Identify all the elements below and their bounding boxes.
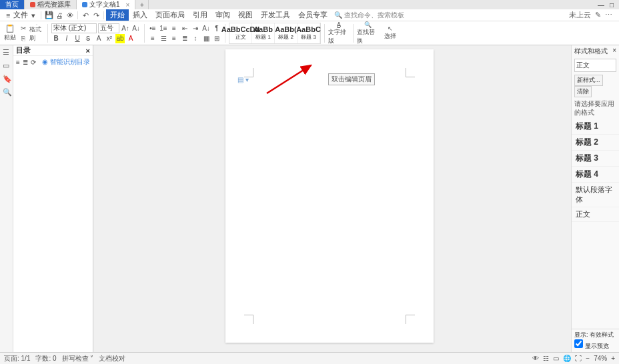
redo-icon[interactable]: ↷	[92, 11, 100, 19]
cloud-status[interactable]: 未上云	[569, 11, 591, 20]
bold-button[interactable]: B	[51, 34, 61, 43]
style-normal[interactable]: AaBbCcDd正文	[229, 23, 252, 43]
font-style-icon[interactable]: A	[94, 34, 103, 43]
outline-tool-1[interactable]: ≡	[16, 59, 20, 66]
window-minimize-icon[interactable]: —	[598, 1, 604, 9]
align-left-icon[interactable]: ≡	[148, 33, 157, 43]
align-center-icon[interactable]: ☰	[159, 33, 168, 43]
close-icon[interactable]: ×	[126, 1, 130, 9]
paste-button[interactable]: 粘贴	[3, 24, 17, 43]
numbering-icon[interactable]: 1≡	[159, 23, 168, 33]
document-area[interactable]: ▤ ▾ 双击编辑页眉	[93, 45, 571, 352]
zoom-value[interactable]: 74%	[594, 355, 607, 362]
ribbon-tab-review[interactable]: 审阅	[211, 9, 234, 21]
shading-icon[interactable]: ▦	[201, 33, 211, 43]
style-heading2[interactable]: AaBb(标题 2	[275, 23, 297, 43]
view-mode-1-icon[interactable]: 👁	[532, 355, 539, 362]
show-value[interactable]: 有效样式	[590, 331, 614, 338]
find-replace-button[interactable]: 🔍查找替换	[357, 21, 378, 45]
ribbon-tab-reference[interactable]: 引用	[189, 9, 211, 21]
line-spacing-icon[interactable]: ↕	[191, 33, 200, 43]
status-words[interactable]: 字数: 0	[35, 354, 56, 363]
status-page[interactable]: 页面: 1/1	[4, 354, 30, 363]
zoom-out-button[interactable]: −	[586, 355, 590, 362]
ribbon-tab-dev[interactable]: 开发工具	[257, 9, 294, 21]
outline-tool-3[interactable]: ⟳	[31, 59, 36, 66]
menu-file[interactable]: 文件	[13, 11, 28, 20]
smart-toc-button[interactable]: ◉ 智能识别目录	[42, 57, 90, 67]
clear-format-button[interactable]: 清除	[574, 86, 592, 97]
multilevel-icon[interactable]: ≡	[169, 23, 179, 33]
save-icon[interactable]: 💾	[45, 11, 53, 19]
indent-icon[interactable]: ⇥	[191, 23, 200, 33]
style-heading3[interactable]: AaBbC标题 3	[297, 23, 320, 43]
style-item-h2[interactable]: 标题 2	[572, 135, 619, 151]
preview-checkbox[interactable]	[574, 339, 583, 348]
font-name-combo[interactable]: 宋体 (正文)	[51, 23, 97, 33]
ribbon-tab-view[interactable]: 视图	[234, 9, 257, 21]
style-item-default-font[interactable]: 默认段落字体	[572, 183, 619, 207]
underline-button[interactable]: U	[73, 34, 82, 43]
style-heading1[interactable]: AaBb标题 1	[252, 23, 275, 43]
shrink-font-icon[interactable]: A↓	[131, 23, 141, 33]
edit-icon[interactable]: ✎	[595, 11, 601, 20]
view-mode-3-icon[interactable]: ▭	[553, 355, 559, 362]
ribbon-tab-layout[interactable]: 页面布局	[151, 9, 189, 21]
highlight-icon[interactable]: ab	[115, 34, 125, 43]
text-tools-button[interactable]: A̲文字排版	[328, 21, 350, 45]
tab-resources[interactable]: 稻壳资源库	[25, 0, 77, 9]
marks-icon[interactable]: ¶	[212, 23, 221, 33]
bookmark-icon[interactable]: 🔖	[3, 75, 11, 83]
new-style-button[interactable]: 新样式...	[574, 75, 603, 86]
tab-new[interactable]: +	[135, 0, 149, 9]
page-icon[interactable]: ▭	[3, 61, 11, 69]
style-item-h4[interactable]: 标题 4	[572, 167, 619, 183]
outline-tool-2[interactable]: ≣	[23, 59, 28, 66]
header-marker-icon[interactable]: ▤ ▾	[237, 76, 249, 83]
scale-icon[interactable]: ⛶	[575, 355, 582, 362]
view-mode-2-icon[interactable]: ☷	[543, 355, 549, 362]
ribbon-tab-start[interactable]: 开始	[106, 9, 129, 21]
window-box-icon[interactable]: □	[610, 1, 614, 9]
superscript-icon[interactable]: x²	[105, 34, 114, 43]
status-spell[interactable]: 拼写检查 ˅	[62, 354, 94, 363]
search-field[interactable]: 🔍 查找命令、搜索模板	[334, 11, 404, 20]
italic-button[interactable]: I	[62, 34, 71, 43]
format-painter-button[interactable]: 格式刷	[29, 24, 44, 43]
zoom-in-button[interactable]: +	[611, 355, 615, 362]
close-panel-icon[interactable]: ×	[86, 47, 90, 55]
undo-icon[interactable]: ↶	[81, 11, 89, 19]
style-gallery[interactable]: AaBbCcDd正文 AaBb标题 1 AaBb(标题 2 AaBbC标题 3	[229, 23, 321, 44]
preview-icon[interactable]: 👁	[66, 11, 74, 19]
font-size-combo[interactable]: 五号	[98, 23, 119, 33]
style-item-normal[interactable]: 正文	[572, 207, 619, 222]
align-right-icon[interactable]: ≡	[169, 33, 179, 43]
select-button[interactable]: ↖选择	[380, 25, 401, 41]
tab-document[interactable]: 文字文稿1×	[77, 0, 135, 9]
status-doccheck[interactable]: 文档校对	[99, 354, 125, 363]
chevron-down-icon[interactable]: ▾	[29, 11, 37, 19]
bullets-icon[interactable]: •≡	[148, 23, 157, 33]
copy-icon[interactable]: ⎘	[19, 33, 28, 43]
style-item-h1[interactable]: 标题 1	[572, 119, 619, 135]
app-menu-icon[interactable]: ≡	[4, 11, 12, 19]
font-color-icon[interactable]: A	[126, 34, 135, 43]
grow-font-icon[interactable]: A↑	[121, 23, 130, 33]
page[interactable]: ▤ ▾ 双击编辑页眉	[225, 49, 434, 343]
style-item-h3[interactable]: 标题 3	[572, 151, 619, 167]
outline-icon[interactable]: ☰	[3, 48, 11, 56]
sort-icon[interactable]: A↓	[201, 23, 211, 33]
borders-icon[interactable]: ⊞	[212, 33, 221, 43]
current-style-box[interactable]: 正文	[574, 59, 616, 72]
outdent-icon[interactable]: ⇤	[180, 23, 189, 33]
align-justify-icon[interactable]: ≣	[180, 33, 189, 43]
ribbon-tab-member[interactable]: 会员专享	[294, 9, 332, 21]
view-mode-4-icon[interactable]: 🌐	[563, 355, 571, 362]
strike-button[interactable]: S̶	[83, 34, 93, 43]
tab-home[interactable]: 首页	[0, 0, 25, 9]
more-icon[interactable]: ⋯	[605, 11, 612, 20]
ribbon-tab-insert[interactable]: 插入	[129, 9, 151, 21]
print-icon[interactable]: 🖨	[55, 11, 63, 19]
rail-search-icon[interactable]: 🔍	[3, 88, 11, 96]
panel-close-icon[interactable]: ×	[612, 47, 616, 56]
